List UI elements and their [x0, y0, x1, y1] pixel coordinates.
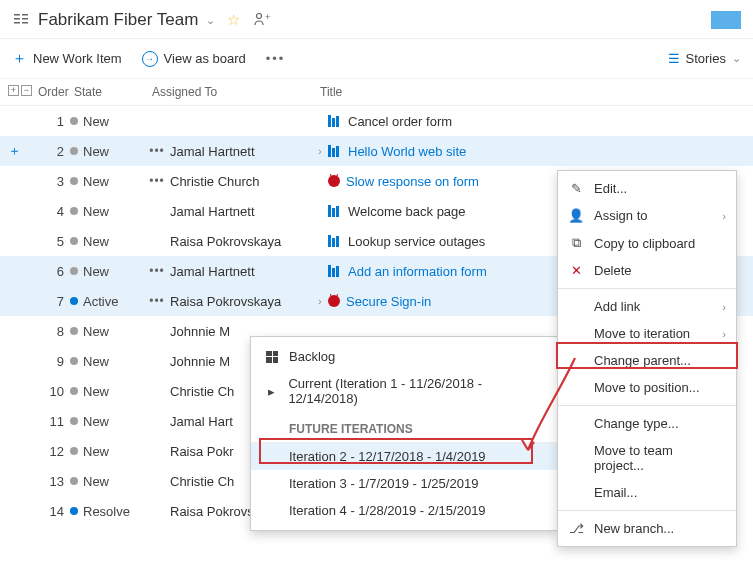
svg-rect-4 — [22, 18, 28, 20]
row-order: 14 — [34, 504, 70, 519]
view-as-board-label: View as board — [164, 51, 246, 66]
row-order: 1 — [34, 114, 70, 129]
state-dot-icon — [70, 207, 78, 215]
col-order[interactable]: Order — [38, 85, 74, 99]
table-row[interactable]: 1NewCancel order form — [0, 106, 753, 136]
ctx-copy[interactable]: ⧉Copy to clipboard — [558, 229, 736, 257]
col-title[interactable]: Title — [316, 85, 749, 99]
ctx-edit[interactable]: ✎Edit... — [558, 175, 736, 202]
row-assigned: Jamal Hartnett — [170, 144, 312, 159]
row-state: New — [70, 474, 144, 489]
row-order: 13 — [34, 474, 70, 489]
stories-dropdown[interactable]: ☰ Stories ⌄ — [668, 51, 741, 66]
ctx-addlink[interactable]: Add link› — [558, 293, 736, 320]
row-order: 4 — [34, 204, 70, 219]
new-work-item-button[interactable]: ＋ New Work Item — [12, 49, 122, 68]
ctx-change-parent[interactable]: Change parent... — [558, 347, 736, 374]
row-state: New — [70, 444, 144, 459]
ctx-new-branch-label: New branch... — [594, 521, 674, 536]
row-caret[interactable]: › — [312, 296, 328, 307]
row-actions[interactable]: ••• — [144, 144, 170, 158]
ctx-move-iter-label: Move to iteration — [594, 326, 690, 341]
ctx-change-parent-label: Change parent... — [594, 353, 691, 368]
ctx-edit-label: Edit... — [594, 181, 627, 196]
row-assigned: Jamal Hartnett — [170, 204, 312, 219]
star-icon[interactable]: ☆ — [227, 11, 240, 29]
row-state: Resolve — [70, 504, 144, 519]
svg-rect-2 — [14, 22, 20, 24]
row-order: 2 — [34, 144, 70, 159]
row-actions[interactable]: ••• — [144, 174, 170, 188]
context-menu: ✎Edit... 👤Assign to› ⧉Copy to clipboard … — [557, 170, 737, 547]
chevron-right-icon: › — [722, 210, 726, 222]
ctx-email-label: Email... — [594, 485, 637, 500]
row-add[interactable]: ＋ — [0, 142, 34, 160]
ctx-move-team[interactable]: Move to team project... — [558, 437, 736, 479]
state-dot-icon — [70, 147, 78, 155]
state-dot-icon — [70, 477, 78, 485]
ctx-copy-label: Copy to clipboard — [594, 236, 695, 251]
ctx-delete[interactable]: ✕Delete — [558, 257, 736, 284]
plus-icon: ＋ — [12, 49, 27, 68]
story-icon — [328, 115, 342, 127]
submenu-backlog[interactable]: Backlog — [251, 343, 557, 370]
col-state[interactable]: State — [74, 85, 148, 99]
view-as-board-button[interactable]: → View as board — [142, 51, 246, 67]
row-caret[interactable]: › — [312, 146, 328, 157]
story-icon — [328, 205, 342, 217]
copy-icon: ⧉ — [568, 235, 584, 251]
row-state: New — [70, 204, 144, 219]
team-switcher[interactable]: Fabrikam Fiber Team ⌄ ☆ + — [12, 10, 270, 30]
row-order: 10 — [34, 384, 70, 399]
row-state: New — [70, 234, 144, 249]
submenu-iter2[interactable]: Iteration 2 - 12/17/2018 - 1/4/2019 — [251, 443, 557, 470]
submenu-iter4[interactable]: Iteration 4 - 1/28/2019 - 2/15/2019 — [251, 497, 557, 524]
col-assigned[interactable]: Assigned To — [148, 85, 316, 99]
new-work-item-label: New Work Item — [33, 51, 122, 66]
row-state: New — [70, 414, 144, 429]
row-title[interactable]: Hello World web site — [328, 144, 753, 159]
delete-icon: ✕ — [568, 263, 584, 278]
row-title[interactable]: Cancel order form — [328, 114, 753, 129]
row-actions[interactable]: ••• — [144, 294, 170, 308]
row-assigned: Christie Church — [170, 174, 312, 189]
column-headers: + − Order State Assigned To Title — [0, 79, 753, 106]
ctx-addlink-label: Add link — [594, 299, 640, 314]
table-row[interactable]: ＋2New•••Jamal Hartnett›Hello World web s… — [0, 136, 753, 166]
svg-point-6 — [257, 13, 262, 18]
separator — [558, 510, 736, 511]
submenu-current[interactable]: ▸ Current (Iteration 1 - 11/26/2018 - 12… — [251, 370, 557, 412]
state-dot-icon — [70, 327, 78, 335]
pencil-icon: ✎ — [568, 181, 584, 196]
state-dot-icon — [70, 447, 78, 455]
row-state: New — [70, 144, 144, 159]
row-order: 3 — [34, 174, 70, 189]
state-dot-icon — [70, 117, 78, 125]
iteration-submenu: Backlog ▸ Current (Iteration 1 - 11/26/2… — [250, 336, 558, 531]
separator — [558, 288, 736, 289]
submenu-iter4-label: Iteration 4 - 1/28/2019 - 2/15/2019 — [289, 503, 486, 518]
ctx-move-team-label: Move to team project... — [594, 443, 726, 473]
chevron-right-icon: › — [722, 328, 726, 340]
submenu-iter3[interactable]: Iteration 3 - 1/7/2019 - 1/25/2019 — [251, 470, 557, 497]
row-actions[interactable]: ••• — [144, 264, 170, 278]
more-actions-button[interactable]: ••• — [266, 51, 286, 66]
ctx-move-iteration[interactable]: Move to iteration› — [558, 320, 736, 347]
bug-icon — [328, 175, 340, 187]
ctx-email[interactable]: Email... — [558, 479, 736, 506]
ctx-new-branch[interactable]: ⎇New branch... — [558, 515, 736, 542]
svg-text:+: + — [265, 12, 270, 22]
row-order: 11 — [34, 414, 70, 429]
state-dot-icon — [70, 297, 78, 305]
ctx-assign[interactable]: 👤Assign to› — [558, 202, 736, 229]
row-order: 5 — [34, 234, 70, 249]
ctx-change-type[interactable]: Change type... — [558, 410, 736, 437]
ctx-move-position[interactable]: Move to position... — [558, 374, 736, 401]
svg-rect-3 — [22, 14, 28, 16]
avatar[interactable] — [711, 11, 741, 29]
story-icon — [328, 145, 342, 157]
people-icon[interactable]: + — [254, 12, 270, 29]
expand-all[interactable]: + − — [4, 85, 38, 99]
row-order: 12 — [34, 444, 70, 459]
state-dot-icon — [70, 507, 78, 515]
